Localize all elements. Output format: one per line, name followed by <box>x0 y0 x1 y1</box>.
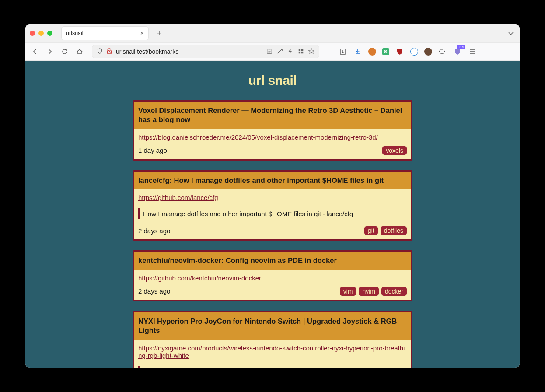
bookmark-footer: 2 days agogitdotfiles <box>138 225 407 235</box>
hamburger-menu-icon[interactable] <box>468 47 477 56</box>
bookmark-body: https://blog.danielschroeder.me/2024/05/… <box>134 129 411 159</box>
tab-title: urlsnail <box>66 30 84 36</box>
s-ext-icon[interactable]: S <box>382 48 389 55</box>
download-icon[interactable] <box>353 47 362 56</box>
bookmark-card: NYXI Hyperion Pro JoyCon for Nintendo Sw… <box>133 311 412 368</box>
minimize-window-button[interactable] <box>38 31 44 36</box>
extension-badge: +19 <box>457 45 465 49</box>
browser-tab[interactable]: urlsnail × <box>61 26 149 40</box>
bookmark-body: https://nyxigame.com/products/wireless-n… <box>134 340 411 368</box>
tag[interactable]: docker <box>381 287 407 296</box>
svg-rect-1 <box>299 49 300 50</box>
forward-button[interactable] <box>45 47 54 56</box>
bookmark-url[interactable]: https://nyxigame.com/products/wireless-n… <box>138 344 407 359</box>
close-tab-icon[interactable]: × <box>140 30 144 37</box>
bookmark-description: How I manage dotfiles and other importan… <box>138 208 407 219</box>
lock-strike-icon[interactable] <box>106 48 112 56</box>
tag[interactable]: vim <box>340 287 356 296</box>
bolt-icon[interactable] <box>287 48 293 56</box>
send-tab-icon[interactable] <box>277 48 283 56</box>
page-content: url snail Voxel Displacement Renderer — … <box>133 61 412 368</box>
bookmark-url[interactable]: https://github.com/lance/cfg <box>138 194 218 201</box>
window-controls <box>30 31 52 36</box>
bookmark-tags: gitdotfiles <box>364 226 407 235</box>
maximize-window-button[interactable] <box>47 31 52 36</box>
reader-mode-icon[interactable] <box>266 48 272 56</box>
bookmark-card: lance/cfg: How I manage dotfiles and oth… <box>133 170 412 241</box>
puzzle-ext-icon[interactable] <box>438 47 447 56</box>
toolbar: urlsnail.test/bookmarks <box>25 42 520 61</box>
bookmark-title[interactable]: Voxel Displacement Renderer — Modernizin… <box>134 102 411 129</box>
bookmark-title[interactable]: NYXI Hyperion Pro JoyCon for Nintendo Sw… <box>134 312 411 340</box>
url-bar[interactable]: urlsnail.test/bookmarks <box>92 45 319 58</box>
bookmark-footer: 1 day agovoxels <box>138 145 407 155</box>
svg-rect-4 <box>301 51 303 53</box>
svg-rect-3 <box>299 51 300 53</box>
back-button[interactable] <box>31 47 39 56</box>
tag[interactable]: dotfiles <box>381 226 407 235</box>
bookmark-tags: voxels <box>382 146 407 155</box>
bookmark-title[interactable]: kentchiu/neovim-docker: Config neovim as… <box>134 252 411 270</box>
bookmark-timestamp: 1 day ago <box>138 147 167 154</box>
shield-icon[interactable] <box>97 48 103 56</box>
reload-button[interactable] <box>60 47 69 56</box>
extension-row: S +19 <box>339 47 477 56</box>
bookmark-description: P <box>138 366 407 368</box>
grid-icon[interactable] <box>298 48 304 56</box>
bookmark-body: https://github.com/kentchiu/neovim-docke… <box>134 270 411 300</box>
bookmark-url[interactable]: https://blog.danielschroeder.me/2024/05/… <box>138 133 378 141</box>
tag[interactable]: voxels <box>382 146 407 155</box>
bookmark-body: https://github.com/lance/cfgHow I manage… <box>134 189 411 239</box>
bookmark-timestamp: 2 days ago <box>138 287 170 295</box>
monkey-ext-icon[interactable] <box>368 48 376 56</box>
bookmark-card: kentchiu/neovim-docker: Config neovim as… <box>133 250 412 301</box>
bookmark-star-icon[interactable] <box>308 48 314 56</box>
save-page-icon[interactable] <box>339 47 347 56</box>
bookmark-tags: vimnvimdocker <box>340 287 407 296</box>
url-text: urlsnail.test/bookmarks <box>116 48 178 55</box>
svg-rect-2 <box>301 49 303 50</box>
tag[interactable]: git <box>364 226 378 235</box>
ublock-ext-icon[interactable] <box>395 47 404 56</box>
bookmark-footer: 2 days agovimnvimdocker <box>138 286 407 296</box>
chevron-down-icon[interactable] <box>507 29 515 38</box>
bookmark-card: Voxel Displacement Renderer — Modernizin… <box>133 100 412 161</box>
tag[interactable]: nvim <box>359 287 379 296</box>
page-viewport[interactable]: url snail Voxel Displacement Renderer — … <box>25 61 520 368</box>
close-window-button[interactable] <box>30 31 35 36</box>
avatar-icon[interactable] <box>424 48 432 56</box>
page-title: url snail <box>133 73 412 88</box>
new-tab-button[interactable]: + <box>153 27 165 39</box>
globe-ext-icon[interactable] <box>410 48 418 56</box>
bookmark-title[interactable]: lance/cfg: How I manage dotfiles and oth… <box>134 172 411 189</box>
bookmark-timestamp: 2 days ago <box>138 227 170 234</box>
bookmark-url[interactable]: https://github.com/kentchiu/neovim-docke… <box>138 274 261 282</box>
shield-ext-icon[interactable]: +19 <box>453 47 462 56</box>
home-button[interactable] <box>75 47 84 56</box>
browser-window: urlsnail × + <box>25 24 520 368</box>
tab-strip: urlsnail × + <box>25 24 520 42</box>
